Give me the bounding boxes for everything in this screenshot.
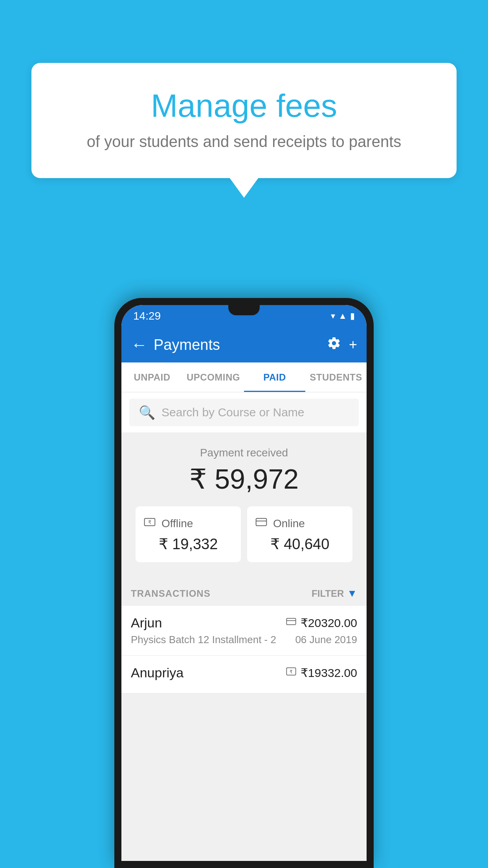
tab-paid[interactable]: PAID bbox=[244, 362, 305, 392]
wifi-icon: ▾ bbox=[331, 311, 335, 321]
payment-type-icon-offline: ₹ bbox=[286, 666, 297, 680]
transaction-detail: Physics Batch 12 Installment - 2 bbox=[131, 634, 276, 646]
tab-upcoming[interactable]: UPCOMING bbox=[183, 362, 244, 392]
app-title: Payments bbox=[154, 337, 327, 353]
transaction-top: Arjun ₹20320.00 bbox=[131, 615, 357, 631]
transaction-row[interactable]: Anupriya ₹ ₹19332.00 bbox=[121, 656, 367, 693]
offline-label: Offline bbox=[161, 517, 193, 530]
svg-rect-4 bbox=[286, 618, 295, 625]
online-card: Online ₹ 40,640 bbox=[247, 506, 352, 562]
payment-label: Payment received bbox=[129, 447, 359, 459]
settings-button[interactable] bbox=[327, 336, 341, 354]
phone-mockup: 14:29 ▾ ▲ ▮ ← Payments + UNP bbox=[114, 298, 374, 868]
app-bar: ← Payments + bbox=[121, 327, 367, 362]
bubble-subtitle: of your students and send receipts to pa… bbox=[63, 133, 425, 151]
add-button[interactable]: + bbox=[349, 337, 357, 353]
phone-notch bbox=[228, 305, 260, 315]
search-placeholder: Search by Course or Name bbox=[161, 406, 305, 419]
filter-button[interactable]: FILTER ▼ bbox=[312, 587, 357, 600]
transactions-header: TRANSACTIONS FILTER ▼ bbox=[121, 581, 367, 606]
filter-icon: ▼ bbox=[347, 587, 357, 600]
online-card-header: Online bbox=[255, 516, 345, 531]
speech-bubble-container: Manage fees of your students and send re… bbox=[31, 63, 457, 178]
transaction-date: 06 June 2019 bbox=[295, 634, 357, 646]
speech-bubble: Manage fees of your students and send re… bbox=[31, 63, 457, 178]
tabs-bar: UNPAID UPCOMING PAID STUDENTS bbox=[121, 362, 367, 392]
payment-total-amount: ₹ 59,972 bbox=[129, 463, 359, 495]
svg-text:₹: ₹ bbox=[148, 519, 151, 525]
transaction-bottom: Physics Batch 12 Installment - 2 06 June… bbox=[131, 634, 357, 646]
online-icon bbox=[255, 516, 268, 531]
svg-text:₹: ₹ bbox=[290, 669, 293, 674]
filter-label: FILTER bbox=[312, 588, 344, 599]
online-amount: ₹ 40,640 bbox=[255, 535, 345, 553]
transaction-top: Anupriya ₹ ₹19332.00 bbox=[131, 665, 357, 680]
online-label: Online bbox=[273, 517, 305, 530]
battery-icon: ▮ bbox=[350, 311, 355, 321]
search-bar[interactable]: 🔍 Search by Course or Name bbox=[129, 399, 359, 426]
transaction-amount: ₹20320.00 bbox=[301, 616, 357, 630]
app-bar-actions: + bbox=[327, 336, 357, 354]
bubble-title: Manage fees bbox=[63, 86, 425, 125]
cards-row: ₹ Offline ₹ 19,332 bbox=[129, 506, 359, 562]
offline-amount: ₹ 19,332 bbox=[143, 535, 233, 553]
offline-icon: ₹ bbox=[143, 516, 156, 531]
tab-unpaid[interactable]: UNPAID bbox=[121, 362, 183, 392]
offline-card: ₹ Offline ₹ 19,332 bbox=[136, 506, 241, 562]
transaction-amount-row: ₹20320.00 bbox=[286, 616, 357, 630]
offline-card-header: ₹ Offline bbox=[143, 516, 233, 531]
search-container: 🔍 Search by Course or Name bbox=[121, 392, 367, 432]
status-time: 14:29 bbox=[133, 310, 161, 322]
transactions-label: TRANSACTIONS bbox=[131, 588, 211, 599]
transaction-name: Arjun bbox=[131, 615, 162, 631]
transaction-row[interactable]: Arjun ₹20320.00 Physics Batch 12 Install… bbox=[121, 606, 367, 656]
phone-inner: 14:29 ▾ ▲ ▮ ← Payments + UNP bbox=[121, 305, 367, 861]
back-button[interactable]: ← bbox=[131, 335, 147, 354]
transaction-amount-row: ₹ ₹19332.00 bbox=[286, 666, 357, 680]
search-icon: 🔍 bbox=[139, 405, 155, 420]
payment-type-icon-online bbox=[286, 616, 297, 630]
status-icons: ▾ ▲ ▮ bbox=[331, 311, 355, 321]
transaction-amount: ₹19332.00 bbox=[301, 666, 357, 680]
transaction-name: Anupriya bbox=[131, 665, 183, 680]
tab-students[interactable]: STUDENTS bbox=[305, 362, 367, 392]
signal-icon: ▲ bbox=[338, 311, 347, 321]
payment-received-section: Payment received ₹ 59,972 ₹ Offline bbox=[121, 432, 367, 581]
svg-rect-2 bbox=[256, 519, 267, 526]
